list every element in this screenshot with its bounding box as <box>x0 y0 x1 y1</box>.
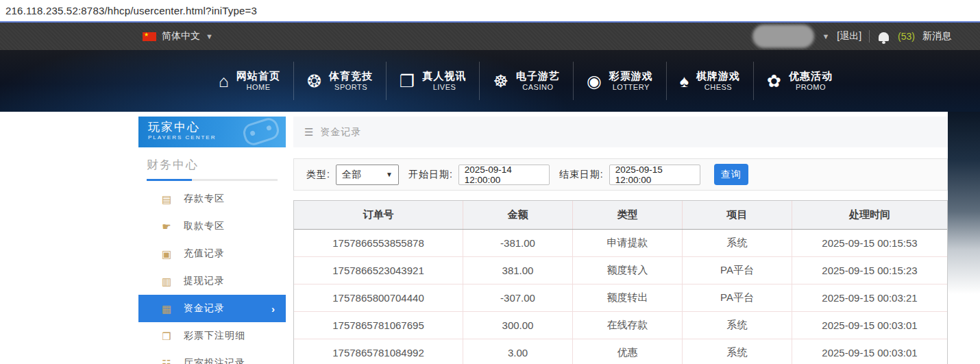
sidebar-item-label: 存款专区 <box>184 193 225 205</box>
nav-label-zh: 彩票游戏 <box>609 70 653 83</box>
sidebar-item-deposit-zone[interactable]: ▤ 存款专区 › <box>138 185 286 213</box>
sidebar-header: 玩家中心 PLAYERS CENTER <box>138 117 286 147</box>
nav-label-zh: 真人视讯 <box>422 70 466 83</box>
logout-link[interactable]: [退出] <box>837 30 861 43</box>
cell-type: 额度转入 <box>573 257 683 284</box>
nav-label-en: CASINO <box>522 83 553 93</box>
cell-amount: -381.00 <box>463 230 573 256</box>
sidebar-item-label: 提现记录 <box>184 275 225 287</box>
sidebar-item-label: 资金记录 <box>184 302 225 315</box>
type-label: 类型: <box>306 169 330 181</box>
cell-order-id: 1757865781084992 <box>294 339 463 364</box>
start-date-label: 开始日期: <box>408 169 453 181</box>
sidebar-item-recharge-record[interactable]: ▣ 充值记录 › <box>138 240 286 267</box>
cell-type: 在线存款 <box>573 312 683 339</box>
table-row: 1757865781067695 300.00 在线存款 系统 2025-09-… <box>294 312 947 339</box>
cell-project: 系统 <box>683 230 792 256</box>
cell-amount: 3.00 <box>463 339 573 364</box>
table-header-cell: 处理时间 <box>792 201 947 229</box>
sidebar-item-label: 充值记录 <box>184 247 225 260</box>
china-flag-icon <box>143 32 156 41</box>
cell-amount: 381.00 <box>463 257 573 284</box>
type-select[interactable]: 全部 ▼ <box>336 165 399 185</box>
cash-icon: ▥ <box>160 276 173 287</box>
table-header-cell: 订单号 <box>294 201 463 229</box>
nav-label-en: LIVES <box>433 83 456 93</box>
divider <box>869 30 870 43</box>
page-url: 216.118.235.52:8783/hhcp/usercenter.html… <box>0 5 257 16</box>
section-underline-accent <box>147 179 192 181</box>
nav-label-zh: 网站首页 <box>236 70 280 83</box>
message-count[interactable]: (53) <box>898 31 915 42</box>
sidebar-item-label: 厅室投注记录 <box>184 357 245 364</box>
funds-table: 订单号 金额 类型 项目 处理时间 1757866553855878 -381.… <box>293 200 948 364</box>
money-bag-icon: ▣ <box>160 249 173 259</box>
playing-cards-icon: ❐ <box>400 73 415 90</box>
sidebar-menu: ▤ 存款专区 › ☛ 取款专区 › ▣ 充值记录 › ▥ 提现记录 › ▦ 资金… <box>138 185 286 364</box>
table-row: 1757865800704440 -307.00 额度转出 PA平台 2025-… <box>294 284 947 312</box>
nav-item-home[interactable]: ⌂ 网站首页 HOME <box>206 62 294 100</box>
menu-icon: ☰ <box>304 126 314 138</box>
table-row: 1757865781084992 3.00 优惠 系统 2025-09-15 0… <box>294 339 947 364</box>
browser-address-bar[interactable]: 216.118.235.52:8783/hhcp/usercenter.html… <box>0 0 980 23</box>
spade-icon: ♠ <box>680 73 689 90</box>
wallet-icon: ▦ <box>160 304 173 314</box>
sidebar-item-label: 取款专区 <box>184 220 225 232</box>
deposit-card-icon: ▤ <box>160 194 173 204</box>
language-selector[interactable]: 简体中文 ▼ <box>143 30 213 43</box>
nav-label-zh: 优惠活动 <box>789 70 833 83</box>
nav-label-zh: 电子游艺 <box>516 70 560 83</box>
table-row: 1757866523043921 381.00 额度转入 PA平台 2025-0… <box>294 257 947 284</box>
sidebar-item-room-bet-record[interactable]: ☷ 厅室投注记录 › <box>138 350 286 364</box>
cell-time: 2025-09-15 00:03:21 <box>792 284 947 311</box>
sidebar-item-funds-record[interactable]: ▦ 资金记录 › <box>138 295 286 322</box>
nav-item-sports[interactable]: ❂ 体育竞技 SPORTS <box>294 62 387 100</box>
user-area: ▼ [退出] (53) 新消息 <box>752 25 951 48</box>
breadcrumb-label: 资金记录 <box>320 126 361 138</box>
cell-time: 2025-09-15 00:15:23 <box>792 257 947 284</box>
table-header-cell: 类型 <box>573 201 683 229</box>
language-label: 简体中文 <box>162 30 200 43</box>
table-row: 1757866553855878 -381.00 申请提款 系统 2025-09… <box>294 230 947 257</box>
nav-label-en: LOTTERY <box>613 83 650 93</box>
filter-bar: 类型: 全部 ▼ 开始日期: 2025-09-14 12:00:00 结束日期:… <box>293 158 948 191</box>
table-body: 1757866553855878 -381.00 申请提款 系统 2025-09… <box>294 230 947 364</box>
gift-icon: ✿ <box>767 73 781 90</box>
sidebar-item-lottery-details[interactable]: ❒ 彩票下注明细 › <box>138 322 286 350</box>
cell-type: 申请提款 <box>573 230 683 256</box>
end-date-input[interactable]: 2025-09-15 12:00:00 <box>609 165 700 185</box>
cell-amount: 300.00 <box>463 312 573 339</box>
sidebar-item-label: 彩票下注明细 <box>184 330 245 342</box>
search-button[interactable]: 查询 <box>714 164 748 185</box>
nav-item-chess[interactable]: ♠ 棋牌游戏 CHESS <box>667 62 754 100</box>
cell-time: 2025-09-15 00:15:53 <box>792 230 947 256</box>
bet-details-icon: ❒ <box>160 331 173 341</box>
type-select-value: 全部 <box>342 169 361 181</box>
new-messages-link[interactable]: 新消息 <box>922 30 951 43</box>
chevron-down-icon[interactable]: ▼ <box>822 32 829 40</box>
chevron-down-icon: ▼ <box>386 171 393 178</box>
main-nav: ⌂ 网站首页 HOME ❂ 体育竞技 SPORTS ❐ 真人视讯 LIVES ☸… <box>206 50 846 112</box>
cell-time: 2025-09-15 00:03:01 <box>792 312 947 339</box>
username-redacted[interactable] <box>752 25 814 48</box>
section-underline <box>147 179 278 181</box>
breadcrumb: ☰ 资金记录 <box>293 117 948 147</box>
chevron-right-icon: › <box>271 303 275 315</box>
table-header-cell: 项目 <box>683 201 792 229</box>
bell-icon[interactable] <box>879 32 889 41</box>
nav-item-lives[interactable]: ❐ 真人视讯 LIVES <box>387 62 480 100</box>
nav-item-lottery[interactable]: ◉ 彩票游戏 LOTTERY <box>574 62 667 100</box>
nav-label-en: CHESS <box>705 83 732 93</box>
nav-item-promo[interactable]: ✿ 优惠活动 PROMO <box>754 62 846 100</box>
nav-item-casino[interactable]: ☸ 电子游艺 CASINO <box>480 62 573 100</box>
sidebar-item-withdraw-record[interactable]: ▥ 提现记录 › <box>138 267 286 295</box>
roulette-icon: ☸ <box>493 73 508 90</box>
sidebar: 玩家中心 PLAYERS CENTER 财务中心 ▤ 存款专区 › ☛ 取款专区… <box>138 117 286 364</box>
table-header-row: 订单号 金额 类型 项目 处理时间 <box>294 201 947 230</box>
sidebar-section-title: 财务中心 <box>147 157 278 173</box>
withdraw-hand-icon: ☛ <box>160 221 173 232</box>
start-date-input[interactable]: 2025-09-14 12:00:00 <box>458 165 550 185</box>
main-content: ☰ 资金记录 类型: 全部 ▼ 开始日期: 2025-09-14 12:00:0… <box>293 117 948 364</box>
cell-project: 系统 <box>683 339 792 364</box>
sidebar-item-withdraw-zone[interactable]: ☛ 取款专区 › <box>138 213 286 240</box>
